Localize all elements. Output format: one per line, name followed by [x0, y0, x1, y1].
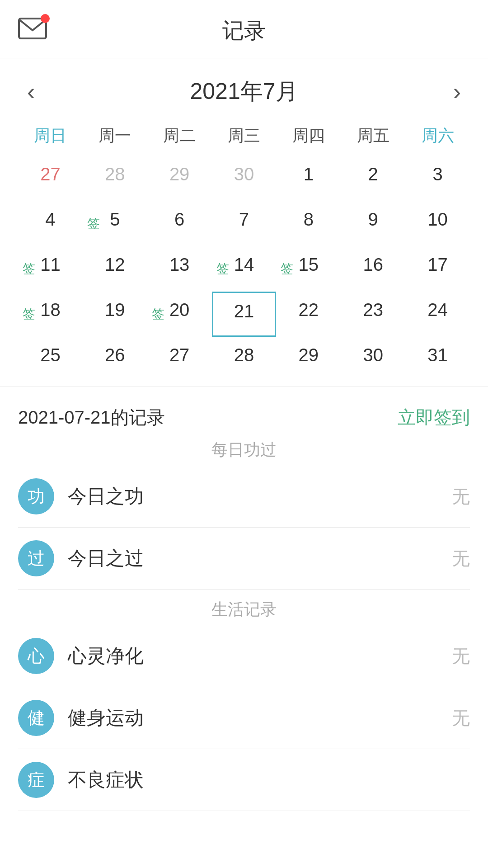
gong-value: 无	[452, 484, 470, 509]
weekday-sun: 周日	[18, 120, 83, 151]
weekday-mon: 周一	[83, 120, 147, 151]
xin-label: 心灵净化	[68, 643, 452, 669]
calendar-section: ‹ 2021年7月 › 周日 周一 周二 周三 周四 周五 周六 27 28 2…	[0, 58, 488, 382]
cal-day-24[interactable]: 24	[405, 292, 470, 337]
sign-badge-14: 签	[216, 260, 229, 278]
guo-value: 无	[452, 546, 470, 571]
list-item-guo[interactable]: 过 今日之过 无	[18, 528, 470, 590]
xin-value: 无	[452, 644, 470, 669]
cal-day-10[interactable]: 10	[405, 201, 470, 246]
cal-day-5[interactable]: 签5	[83, 201, 147, 246]
record-date-label: 2021-07-21的记录	[18, 405, 165, 430]
bing-label: 不良症状	[68, 767, 470, 793]
cal-day-jun28[interactable]: 28	[83, 156, 147, 201]
sign-badge-20: 签	[152, 306, 164, 323]
weekday-fri: 周五	[341, 120, 405, 151]
list-item-jian[interactable]: 健 健身运动 无	[18, 687, 470, 749]
cal-day-3[interactable]: 3	[405, 156, 470, 201]
cal-day-2[interactable]: 2	[341, 156, 405, 201]
daily-section-label: 每日功过	[18, 439, 470, 461]
record-header: 2021-07-21的记录 立即签到	[18, 405, 470, 430]
cal-day-11[interactable]: 签11	[18, 246, 83, 292]
month-nav: ‹ 2021年7月 ›	[18, 67, 470, 120]
cal-day-25[interactable]: 25	[18, 337, 83, 382]
guo-label: 今日之过	[68, 546, 452, 571]
guo-icon: 过	[18, 540, 54, 576]
bing-icon: 症	[18, 762, 54, 798]
gong-icon: 功	[18, 478, 54, 514]
cal-day-14[interactable]: 签14	[212, 246, 277, 292]
cal-day-6[interactable]: 6	[147, 201, 212, 246]
cal-day-jun30[interactable]: 30	[212, 156, 277, 201]
month-title: 2021年7月	[190, 76, 298, 107]
prev-month-button[interactable]: ‹	[18, 80, 44, 104]
sign-now-button[interactable]: 立即签到	[398, 405, 470, 430]
cal-day-20[interactable]: 签20	[147, 292, 212, 337]
mail-badge	[41, 14, 50, 23]
jian-value: 无	[452, 706, 470, 731]
cal-day-16[interactable]: 16	[341, 246, 405, 292]
xin-icon: 心	[18, 638, 54, 674]
list-item-xin[interactable]: 心 心灵净化 无	[18, 625, 470, 687]
cal-day-31[interactable]: 31	[405, 337, 470, 382]
weekday-header: 周日 周一 周二 周三 周四 周五 周六	[18, 120, 470, 151]
list-item-bing[interactable]: 症 不良症状	[18, 749, 470, 811]
cal-day-21[interactable]: 21	[212, 292, 277, 337]
sign-badge-5: 签	[87, 215, 100, 232]
jian-label: 健身运动	[68, 705, 452, 731]
cal-day-28[interactable]: 28	[212, 337, 277, 382]
sign-badge-11: 签	[23, 260, 35, 278]
calendar-grid: 27 28 29 30 1 2 3 4 签5 6 7 8 9 10 签11 12…	[18, 156, 470, 382]
cal-day-19[interactable]: 19	[83, 292, 147, 337]
weekday-sat: 周六	[405, 120, 470, 151]
cal-day-17[interactable]: 17	[405, 246, 470, 292]
cal-day-4[interactable]: 4	[18, 201, 83, 246]
record-section: 2021-07-21的记录 立即签到 每日功过 功 今日之功 无 过 今日之过 …	[0, 392, 488, 590]
cal-day-26[interactable]: 26	[83, 337, 147, 382]
cal-day-13[interactable]: 13	[147, 246, 212, 292]
jian-icon: 健	[18, 700, 54, 736]
gong-label: 今日之功	[68, 484, 452, 509]
list-item-gong[interactable]: 功 今日之功 无	[18, 466, 470, 528]
sign-badge-15: 签	[281, 260, 293, 278]
mail-icon-wrap[interactable]	[18, 17, 47, 41]
weekday-thu: 周四	[276, 120, 341, 151]
weekday-wed: 周三	[212, 120, 277, 151]
cal-day-15[interactable]: 签15	[276, 246, 341, 292]
cal-day-22[interactable]: 22	[276, 292, 341, 337]
cal-day-12[interactable]: 12	[83, 246, 147, 292]
app-header: 记录	[0, 0, 488, 58]
life-section: 生活记录 心 心灵净化 无 健 健身运动 无 症 不良症状	[0, 599, 488, 811]
next-month-button[interactable]: ›	[444, 80, 470, 104]
cal-day-18[interactable]: 签18	[18, 292, 83, 337]
cal-day-jun27[interactable]: 27	[18, 156, 83, 201]
cal-day-7[interactable]: 7	[212, 201, 277, 246]
sign-badge-18: 签	[23, 306, 35, 323]
section-divider-1	[0, 387, 488, 387]
header-title: 记录	[222, 16, 266, 45]
cal-day-jun29[interactable]: 29	[147, 156, 212, 201]
cal-day-9[interactable]: 9	[341, 201, 405, 246]
life-section-label: 生活记录	[18, 599, 470, 621]
cal-day-27[interactable]: 27	[147, 337, 212, 382]
cal-day-29[interactable]: 29	[276, 337, 341, 382]
cal-day-30[interactable]: 30	[341, 337, 405, 382]
cal-day-23[interactable]: 23	[341, 292, 405, 337]
weekday-tue: 周二	[147, 120, 212, 151]
cal-day-1[interactable]: 1	[276, 156, 341, 201]
cal-day-8[interactable]: 8	[276, 201, 341, 246]
